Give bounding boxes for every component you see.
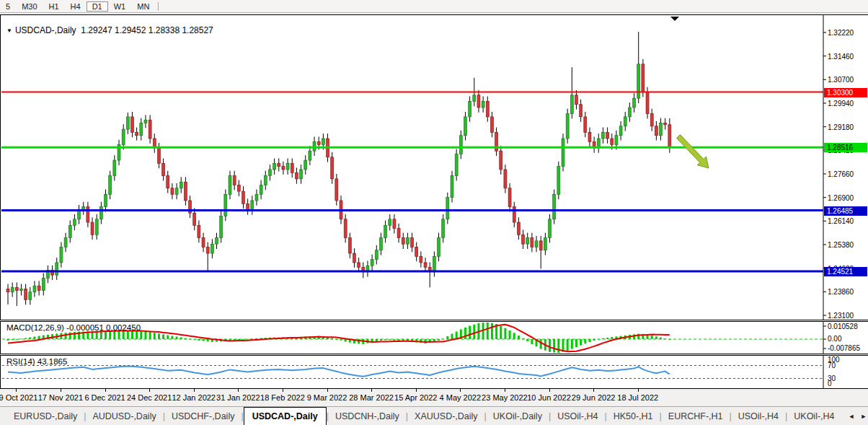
date-label: 9 Mar 2022 xyxy=(307,393,347,402)
date-tick xyxy=(549,389,550,392)
macd-tick-label: 0.00 xyxy=(828,335,841,343)
date-tick xyxy=(593,389,594,392)
date-label: 12 Jan 2022 xyxy=(172,393,216,402)
date-tick xyxy=(460,389,461,392)
price-tick-label: 1.26140 xyxy=(828,217,854,225)
rsi-line xyxy=(8,366,670,376)
timeframe-button-M30[interactable]: M30 xyxy=(16,1,43,12)
price-tick-label: 1.25380 xyxy=(828,241,854,249)
tab-usdcad-daily[interactable]: USDCAD-,Daily xyxy=(244,407,327,425)
symbol-tabs: EURUSD-,Daily|AUDUSD-,Daily|USDCHF-,Dail… xyxy=(0,406,868,425)
date-tick xyxy=(105,389,106,392)
price-badge-1.26485: 1.26485 xyxy=(824,206,867,216)
date-tick xyxy=(238,389,239,392)
price-tick-label: 1.31460 xyxy=(828,53,854,61)
tab-xauusd-daily[interactable]: XAUUSD-,Daily xyxy=(408,407,484,425)
price-tick-label: 1.30700 xyxy=(828,76,854,84)
macd-tick-label: 0.010528 xyxy=(828,323,858,330)
tab-usoil-h4[interactable]: USOil-,H4 xyxy=(551,407,604,425)
collapse-triangle-icon[interactable]: ▼ xyxy=(6,27,12,34)
date-label: 15 Apr 2022 xyxy=(394,393,437,402)
candles-layer xyxy=(6,32,671,306)
tab-scroll-buttons: ◄► xyxy=(841,407,868,425)
date-label: 17 Nov 2021 xyxy=(38,393,83,402)
down-trend-arrow[interactable] xyxy=(677,135,709,168)
date-label: 6 Dec 2021 xyxy=(84,393,125,402)
timeframe-button-H4[interactable]: H4 xyxy=(65,1,87,12)
date-tick xyxy=(416,389,417,392)
date-label: 23 May 2022 xyxy=(482,393,528,402)
rsi-value: 43.1865 xyxy=(37,357,68,366)
price-badge-1.30300: 1.30300 xyxy=(824,88,867,97)
chart-shift-marker-icon[interactable] xyxy=(670,17,679,21)
price-badge-1.24521: 1.24521 xyxy=(824,267,867,276)
toolbar-separator xyxy=(158,2,159,11)
timeframe-button-5[interactable]: 5 xyxy=(0,1,16,12)
macd-label: MACD(12,26,9) -0.000051 0.002450 xyxy=(6,323,141,332)
tab-ukoil-daily[interactable]: UKOil-,Daily xyxy=(487,407,549,425)
date-tick xyxy=(638,389,639,392)
date-tick xyxy=(327,389,328,392)
tab-usdcnh-daily[interactable]: USDCNH-,Daily xyxy=(329,407,406,425)
date-tick xyxy=(283,389,283,392)
tab-scroll-left-icon[interactable]: ◄ xyxy=(849,413,855,425)
rsi-tick-label: 0 xyxy=(828,380,832,387)
price-tick-label: 1.32220 xyxy=(828,29,854,37)
rsi-chart xyxy=(1,356,867,388)
macd-tick-label: -0.007865 xyxy=(828,344,860,352)
date-tick xyxy=(149,389,150,392)
tab-eurchf-h1[interactable]: EURCHF-,H1 xyxy=(662,407,730,425)
macd-panel[interactable]: MACD(12,26,9) -0.000051 0.002450 0.01052… xyxy=(0,321,868,354)
date-tick xyxy=(61,389,61,392)
rsi-panel[interactable]: RSI(14) 43.1865 10070300 xyxy=(0,355,868,389)
date-label: 29 Jun 2022 xyxy=(572,393,616,402)
mt4-window: 5M30H1H4D1W1MN ▼USDCAD-,Daily 1.29247 1.… xyxy=(0,0,868,425)
tab-usoil-h4[interactable]: USOil-,H4 xyxy=(732,407,785,425)
date-label: 29 Oct 2021 xyxy=(0,393,37,402)
price-tick-label: 1.29180 xyxy=(828,123,854,131)
price-tick-label: 1.29940 xyxy=(828,100,854,108)
main-chart-panel[interactable]: ▼USDCAD-,Daily 1.29247 1.29452 1.28338 1… xyxy=(0,14,868,320)
date-tick xyxy=(505,389,505,392)
ohlc-values: 1.29247 1.29452 1.28338 1.28527 xyxy=(81,25,213,35)
date-tick xyxy=(371,389,372,392)
tab-audusd-daily[interactable]: AUDUSD-,Daily xyxy=(86,407,162,425)
timeframe-toolbar: 5M30H1H4D1W1MN xyxy=(0,0,868,13)
date-axis[interactable]: 29 Oct 202117 Nov 20216 Dec 202124 Dec 2… xyxy=(0,389,868,406)
timeframe-button-D1[interactable]: D1 xyxy=(87,1,108,12)
tab-scroll-right-icon[interactable]: ► xyxy=(860,413,867,425)
date-label: 10 Jun 2022 xyxy=(527,393,571,402)
chart-title: ▼USDCAD-,Daily 1.29247 1.29452 1.28338 1… xyxy=(6,25,213,35)
date-label: 18 Feb 2022 xyxy=(260,393,305,402)
price-tick-label: 1.23100 xyxy=(828,312,854,320)
price-tick-label: 1.26900 xyxy=(828,194,854,202)
price-badge-1.28516: 1.28516 xyxy=(824,143,867,152)
date-label: 31 Jan 2022 xyxy=(216,393,260,402)
tab-eurusd-daily[interactable]: EURUSD-,Daily xyxy=(7,407,84,425)
timeframe-button-MN[interactable]: MN xyxy=(131,1,155,12)
date-label: 28 Mar 2022 xyxy=(349,393,394,402)
date-label: 24 Dec 2021 xyxy=(127,393,172,402)
date-label: 4 May 2022 xyxy=(440,393,481,402)
tab-ukoil-h4[interactable]: UKOil-,H4 xyxy=(787,407,841,425)
tab-usdchf-daily[interactable]: USDCHF-,Daily xyxy=(165,407,242,425)
tab-hk50-h1[interactable]: HK50-,H1 xyxy=(607,407,660,425)
macd-values: -0.000051 0.002450 xyxy=(66,323,141,332)
timeframe-button-W1[interactable]: W1 xyxy=(108,1,132,12)
rsi-label: RSI(14) 43.1865 xyxy=(6,357,67,366)
date-label: 18 Jul 2022 xyxy=(617,393,658,402)
price-tick-label: 1.23860 xyxy=(828,288,854,296)
candlestick-chart xyxy=(1,15,867,320)
date-tick xyxy=(16,389,17,392)
chart-symbol-label: USDCAD-,Daily xyxy=(15,25,76,35)
price-tick-label: 1.27660 xyxy=(828,170,854,178)
timeframe-button-H1[interactable]: H1 xyxy=(43,1,65,12)
rsi-tick-label: 70 xyxy=(828,362,836,369)
date-tick xyxy=(194,389,195,392)
